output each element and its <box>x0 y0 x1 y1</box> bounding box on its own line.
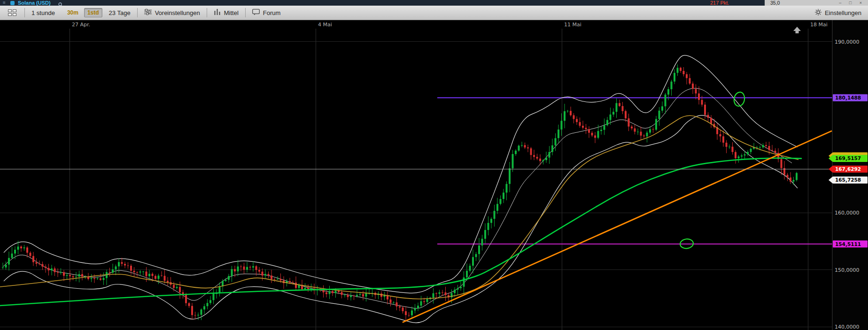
indicators-label: Mittel <box>224 9 239 16</box>
ma-yellow-line <box>0 115 798 299</box>
svg-text:180,1488: 180,1488 <box>835 95 861 100</box>
presets-label: Voreinstellungen <box>155 9 200 16</box>
settings-label: Einstellungen <box>825 9 861 16</box>
x-axis-date-label: 11 Mai <box>564 22 581 28</box>
forum-label: Forum <box>263 9 281 16</box>
window-titlebar: ≡ Solana (USD) 217 Pkt. 35,0 – □ × <box>0 0 868 6</box>
trading-app-window: ≡ Solana (USD) 217 Pkt. 35,0 – □ × 1 stu… <box>0 0 868 330</box>
price-axis[interactable]: 190,0000160,0000150,0000140,0000169,5157… <box>829 20 868 330</box>
timeframe-30m-button[interactable]: 30m <box>64 8 81 17</box>
search-icon[interactable] <box>58 0 63 6</box>
app-logo-icon <box>10 1 15 5</box>
layout-grid-icon <box>8 9 16 16</box>
drawn-line-price-tag-180: 180,1488 <box>833 94 868 101</box>
ma-green-price-tag: 169,5157 <box>829 155 868 162</box>
y-axis-label: 140,0000 <box>835 324 860 330</box>
candles-layer <box>2 64 798 320</box>
bollinger-lower-line <box>4 115 798 323</box>
timeframe-dropdown[interactable]: 1 stunde <box>25 6 62 20</box>
chart-toolbar: 1 stunde 30m 1std 23 Tage Voreinstellung… <box>0 6 868 20</box>
timeframe-1std-button[interactable]: 1std <box>84 8 102 17</box>
bollinger-upper-line <box>4 55 798 293</box>
y-axis-label: 190,0000 <box>835 39 860 45</box>
range-button[interactable]: 23 Tage <box>102 6 137 20</box>
x-axis-date-label: 18 Mai <box>810 22 828 28</box>
svg-text:167,6292: 167,6292 <box>835 166 861 172</box>
instrument-title: Solana (USD) <box>18 0 51 6</box>
y-axis-label: 160,0000 <box>835 210 860 216</box>
x-axis-date-label: 4 Mai <box>318 22 332 28</box>
sliders-icon <box>144 9 152 16</box>
drawn-line-price-tag-154: 154,5111 <box>833 240 868 247</box>
svg-text:165,7258: 165,7258 <box>835 177 861 183</box>
ma-green-line <box>0 158 801 306</box>
speech-bubble-icon <box>252 9 260 17</box>
value-panel: 35,0 – □ × <box>765 0 868 6</box>
gear-icon <box>815 9 822 17</box>
svg-text:154,5111: 154,5111 <box>835 241 861 247</box>
scroll-marker-icon[interactable] <box>793 27 801 33</box>
boll-mid-price-tag: 165,7258 <box>829 177 868 184</box>
bollinger-mid-line <box>3 88 792 308</box>
indicators-button[interactable]: Mittel <box>207 6 245 20</box>
menu-icon[interactable]: ≡ <box>3 0 6 6</box>
presets-button[interactable]: Voreinstellungen <box>138 6 207 20</box>
svg-text:169,5157: 169,5157 <box>835 155 861 161</box>
x-axis-date-label: 27 Apr. <box>72 22 90 28</box>
window-controls[interactable]: – □ × <box>839 0 865 6</box>
y-axis-label: 150,0000 <box>835 267 860 273</box>
price-chart[interactable]: 190,0000160,0000150,0000140,0000169,5157… <box>0 20 868 330</box>
bar-chart-icon <box>214 9 221 16</box>
last-price-tag: 167,6292 <box>829 166 868 173</box>
settings-button[interactable]: Einstellungen <box>808 6 868 20</box>
range-label: 23 Tage <box>109 9 131 16</box>
timeframe-current-label: 1 stunde <box>31 9 55 16</box>
drawn-trendline[interactable] <box>403 131 831 322</box>
forum-button[interactable]: Forum <box>246 6 287 20</box>
price-axis-panel[interactable] <box>832 20 868 330</box>
value-text: 35,0 <box>770 0 780 6</box>
layout-grid-button[interactable] <box>0 6 24 20</box>
change-points: 217 Pkt. <box>710 0 729 6</box>
